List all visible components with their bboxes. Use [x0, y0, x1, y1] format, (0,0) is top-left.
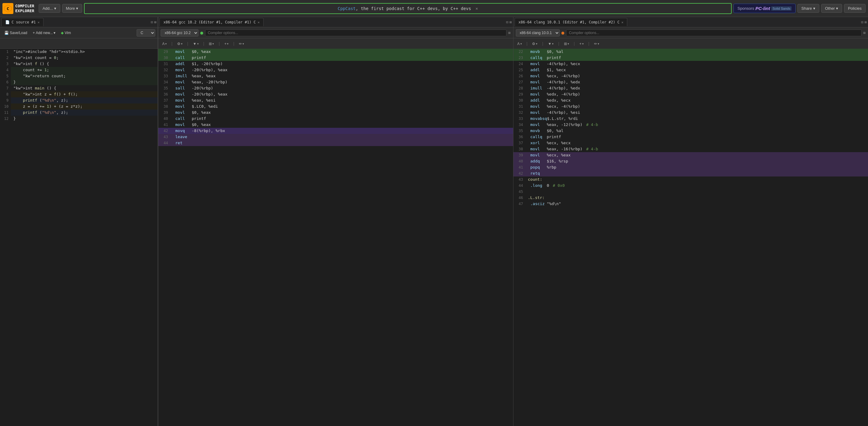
asm2-edit-btn[interactable]: ✏▾ [593, 41, 601, 46]
asm1-panel-maximize[interactable]: ⊞ [509, 20, 512, 24]
asm-instruction: leave [170, 134, 192, 140]
asm2-filter-btn[interactable]: ▼▾ [546, 41, 555, 46]
asm-line-number: 47 [514, 201, 526, 207]
asm-operand: $16, %rsp [547, 159, 568, 163]
asm2-tab-close[interactable]: ✕ [621, 21, 624, 24]
asm-instruction: addl [526, 67, 547, 73]
asm-instruction: movl [170, 122, 192, 128]
editor-panel-maximize[interactable]: ⊞ [154, 20, 156, 24]
asm1-code-area[interactable]: 29movl$0, %eax30callprintf31addl$1, -20(… [158, 49, 513, 426]
save-icon: 💾 [4, 31, 9, 35]
asm1-compiler-opts[interactable] [205, 30, 507, 36]
save-load-button[interactable]: 💾 Save/Load [2, 30, 29, 36]
add-button[interactable]: Add... ▾ [39, 4, 60, 13]
editor-tab-close[interactable]: ✕ [37, 21, 39, 24]
asm-line-number: 22 [514, 49, 526, 55]
share-button[interactable]: Share ▾ [797, 4, 819, 13]
asm-line: 33movabsq$.L.str, %rdi [514, 116, 868, 122]
line-number: 5 [0, 73, 11, 79]
asm1-layout-btn[interactable]: ⊞▾ [207, 41, 215, 46]
asm-operand: $0, %al [547, 128, 564, 133]
asm2-font-btn[interactable]: A▾ [516, 41, 524, 46]
more-button[interactable]: More ▾ [62, 4, 83, 13]
asm-instruction: movb [526, 128, 547, 134]
asm-operand: %eax, -20(%rbp) [192, 80, 227, 84]
vim-button[interactable]: ◆ Vim [59, 30, 72, 36]
asm1-tab-close[interactable]: ✕ [257, 21, 259, 24]
asm-line: 26movl%ecx, -4(%rbp) [514, 73, 868, 79]
asm-operand: printf [192, 55, 206, 60]
other-button[interactable]: Other ▾ [821, 4, 842, 13]
asm-line: 30addl%edx, %ecx [514, 97, 868, 103]
file-icon: 📄 [5, 20, 10, 24]
asm2-panel-maximize[interactable]: ⊞ [865, 20, 867, 24]
asm-operand: %edx, %ecx [547, 98, 571, 103]
line-number: 3 [0, 61, 11, 67]
asm1-filter-btn[interactable]: ▼▾ [191, 41, 200, 46]
asm2-panel-minimize[interactable]: ⊡ [861, 20, 863, 24]
asm-line: 29movl$0, %eax [158, 49, 513, 55]
asm-line-number: 40 [158, 116, 170, 122]
asm2-add-btn[interactable]: +▾ [578, 41, 585, 46]
asm1-settings-btn[interactable]: ⚙▾ [176, 41, 184, 46]
line-number: 6 [0, 79, 11, 85]
asm-operand: $0, %eax [192, 110, 211, 115]
asm-line-number: 43 [158, 134, 170, 140]
asm1-add-btn[interactable]: +▾ [223, 41, 230, 46]
asm-instruction: imull [170, 73, 192, 79]
asm-comment: # 4-b [586, 122, 598, 127]
asm-operand: %edx, -4(%rbp) [547, 92, 580, 96]
asm-instruction: callq [526, 55, 547, 61]
add-new-button[interactable]: + Add new... ▾ [31, 30, 57, 36]
asm-label: .L.str: [526, 195, 545, 200]
vim-icon: ◆ [61, 31, 64, 35]
asm1-font-btn[interactable]: A▾ [161, 41, 168, 46]
asm2-tab[interactable]: x86-64 clang 10.0.1 (Editor #1, Compiler… [515, 18, 627, 26]
editor-panel-minimize[interactable]: ⊡ [151, 20, 153, 24]
asm-line: 44ret [158, 140, 513, 146]
editor-code-area[interactable]: 1"inc">#include "hdr"><stdio.h>2"kw">int… [0, 49, 158, 426]
asm-line-number: 37 [158, 97, 170, 103]
asm-line: 23callqprintf [514, 55, 868, 61]
asm-instruction: movl [526, 152, 547, 158]
asm2-compiler-select[interactable]: x86-64 clang 10.0.1 [516, 29, 560, 36]
line-number: 1 [0, 49, 11, 55]
asm-line: 25addl$1, %ecx [514, 67, 868, 73]
asm1-edit-btn[interactable]: ✏▾ [238, 41, 246, 46]
asm-line-number: 32 [514, 109, 526, 116]
asm-line: 43count: [514, 176, 868, 183]
other-chevron-icon: ▾ [836, 6, 838, 11]
sponsor-button[interactable]: Sponsors PC-lint Solid Sands [734, 4, 796, 13]
asm-instruction: xorl [526, 140, 547, 146]
asm1-expand-icon[interactable]: ⊞ [508, 31, 510, 35]
asm2-expand-icon[interactable]: ⊞ [863, 31, 866, 35]
language-select[interactable]: C C++ [137, 29, 155, 36]
editor-line: 9 printf ("%d\n", z); [0, 97, 158, 103]
asm1-tab[interactable]: x86-64 gcc 10.2 (Editor #1, Compiler #1)… [159, 18, 264, 26]
asm-line: 29movl%edx, -4(%rbp) [514, 91, 868, 97]
asm-operand: -20(%rbp) [192, 86, 213, 90]
asm2-code-area[interactable]: 22movb$0, %al23callqprintf24movl-4(%rbp)… [514, 49, 868, 426]
asm1-panel-minimize[interactable]: ⊡ [506, 20, 508, 24]
editor-tab[interactable]: 📄 C source #1 ✕ [1, 18, 43, 26]
asm-instruction: movb [526, 49, 547, 55]
asm2-status-warn: ● [561, 30, 564, 36]
asm-line: 34movl%eax, -20(%rbp) [158, 79, 513, 85]
asm-line-number: 30 [158, 55, 170, 61]
asm-operand: $0, %eax [192, 49, 211, 54]
line-code: "inc">#include "hdr"><stdio.h> [11, 49, 158, 55]
asm2-layout-btn[interactable]: ⊞▾ [562, 41, 571, 46]
asm2-settings-btn[interactable]: ⚙▾ [530, 41, 539, 46]
policies-button[interactable]: Policies [844, 4, 866, 13]
asm-line: 45 [514, 189, 868, 195]
asm-instruction: call [170, 55, 192, 61]
asm1-compiler-select[interactable]: x86-64 gcc 10.2 [161, 29, 198, 36]
asm-line: 27movl-4(%rbp), %edx [514, 79, 868, 85]
asm-instruction: movl [526, 103, 547, 109]
line-code: "kw">int count = 0; [11, 55, 158, 61]
asm-line: 32movl-20(%rbp), %eax [158, 67, 513, 73]
banner-link[interactable]: CppCast [338, 6, 356, 11]
asm2-compiler-opts[interactable] [566, 30, 862, 36]
banner-close-icon[interactable]: × [475, 6, 478, 11]
asm-line-number: 23 [514, 55, 526, 61]
